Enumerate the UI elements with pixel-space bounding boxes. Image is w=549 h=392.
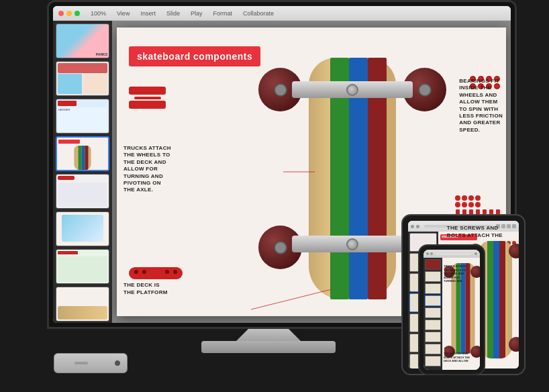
iphone-thumb-1[interactable] [425, 259, 441, 270]
slide-thumb-7[interactable] [56, 249, 109, 284]
iphone-thumb-4[interactable] [425, 295, 441, 306]
slide-panel[interactable]: PARKS HI [53, 21, 112, 323]
toolbar-insert[interactable]: Insert [140, 10, 156, 17]
iphone-content: TRUCKS ATTACHTHE WHEELS TOTHE DECK ANDAL… [423, 258, 480, 370]
truck-bottom [292, 236, 413, 252]
toolbar-zoom: 100% [91, 10, 106, 17]
iphone-thumb-9[interactable] [425, 356, 441, 366]
slide-title: skateboard components [137, 51, 252, 62]
toolbar-slide[interactable]: Slide [166, 10, 180, 17]
truck-icon [129, 87, 166, 109]
iphone-thumb-3[interactable] [425, 283, 441, 294]
iphone-main: TRUCKS ATTACHTHE WHEELS TOTHE DECK ANDAL… [442, 258, 480, 370]
ipad-dot-2 [416, 225, 419, 228]
iphone-thumb-7[interactable] [425, 332, 441, 342]
slide-thumb-4[interactable] [56, 136, 109, 171]
slide-title-box: skateboard components [129, 46, 260, 66]
truck-top [292, 81, 413, 98]
mac-mini [54, 353, 128, 373]
screws-annotation: THE SCREWS AND BOLTS ATTACH THE [447, 225, 503, 239]
iphone-dot-1 [426, 252, 429, 255]
maximize-button[interactable] [74, 11, 80, 16]
iphone-dot-2 [430, 252, 433, 255]
iphone-thumb-8[interactable] [425, 344, 441, 354]
slide-thumb-3[interactable]: HISTORY [56, 99, 109, 134]
deck-icon [129, 267, 183, 279]
slide-thumb-1[interactable]: PARKS [56, 23, 109, 58]
iphone-slide-panel[interactable] [423, 258, 442, 370]
monitor-base [201, 341, 336, 353]
window-controls [58, 11, 80, 16]
bearings-annotation: BEARINGS FIT INSIDE THE WHEELS AND ALLOW… [459, 78, 503, 134]
ipad-icon-4[interactable] [512, 224, 516, 228]
close-button[interactable] [58, 11, 64, 16]
slide-thumb-5[interactable] [56, 174, 109, 209]
ipad-dot-1 [411, 225, 414, 228]
monitor-stand [235, 329, 302, 342]
deck-annotation: THE DECK IS THE PLATFORM [123, 282, 168, 296]
toolbar-collaborate[interactable]: Collaborate [243, 10, 274, 17]
slide-thumb-8[interactable] [56, 287, 109, 322]
toolbar-view[interactable]: View [117, 10, 130, 17]
iphone-title-bar [436, 253, 471, 255]
iphone-screen: TRUCKS ATTACHTHE WHEELS TOTHE DECK ANDAL… [423, 250, 480, 370]
iphone-thumb-5[interactable] [425, 307, 441, 318]
iphone[interactable]: TRUCKS ATTACHTHE WHEELS TOTHE DECK ANDAL… [418, 244, 485, 375]
ipad-icon-3[interactable] [507, 224, 511, 228]
minimize-button[interactable] [66, 11, 72, 16]
toolbar-play[interactable]: Play [191, 10, 203, 17]
iphone-dot-3 [475, 252, 477, 255]
toolbar: 100% View Insert Slide Play Format Colla… [53, 6, 511, 21]
iphone-toolbar [423, 250, 480, 258]
iphone-annotation-screws: THE SCREWS ANDBOLTS ATTACH THEDECK AND A… [444, 352, 470, 363]
iphone-thumb-6[interactable] [425, 320, 441, 330]
slide-thumb-2[interactable] [56, 61, 109, 96]
trucks-annotation: TRUCKS ATTACH THE WHEELS TO THE DECK AND… [123, 145, 171, 194]
iphone-thumb-2[interactable] [425, 271, 441, 282]
slide-thumb-6[interactable] [56, 211, 109, 246]
iphone-annotation-trucks: TRUCKS ATTACHTHE WHEELS TOTHE DECK ANDAL… [444, 264, 466, 283]
toolbar-format[interactable]: Format [213, 10, 232, 17]
